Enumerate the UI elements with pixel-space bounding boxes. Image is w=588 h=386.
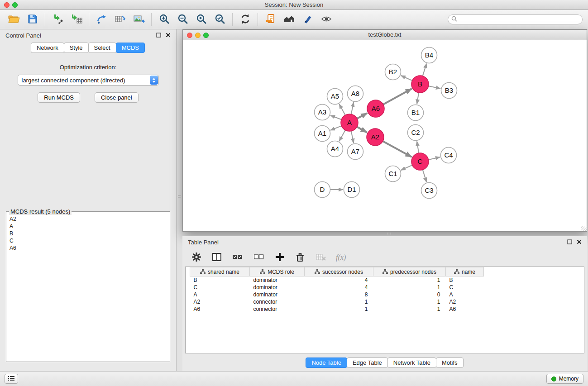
- zoom-selected-button[interactable]: [211, 12, 228, 27]
- export-document-button[interactable]: [262, 12, 279, 27]
- edge-C-C1[interactable]: [401, 165, 412, 170]
- edge-C-C3[interactable]: [423, 170, 427, 182]
- network-graph[interactable]: B4B2BB3A5A8A6B1A3AC2A1A2A4A7C1CC4C3DD1: [183, 40, 586, 231]
- edge-A-A3[interactable]: [330, 115, 341, 119]
- node-A2[interactable]: A2: [367, 129, 384, 146]
- delete-row-button[interactable]: [294, 250, 306, 265]
- table-cell[interactable]: connector: [250, 305, 305, 313]
- edge-C-C2[interactable]: [417, 141, 419, 153]
- table-settings-button[interactable]: [191, 250, 202, 265]
- criterion-dropdown[interactable]: largest connected component (directed): [18, 75, 159, 86]
- edge-A-A2[interactable]: [357, 127, 367, 132]
- result-item[interactable]: A2: [8, 215, 168, 223]
- table-cell[interactable]: 4: [305, 276, 373, 284]
- edge-B-B4[interactable]: [423, 64, 427, 76]
- zoom-out-button[interactable]: [174, 12, 191, 27]
- edge-A-A5[interactable]: [339, 104, 345, 115]
- table-row[interactable]: A2connector11A2: [190, 298, 484, 305]
- edge-A-A6[interactable]: [357, 113, 368, 119]
- edge-C-C4[interactable]: [429, 157, 440, 160]
- run-mcds-button[interactable]: Run MCDS: [38, 92, 80, 103]
- network-zoom-button[interactable]: [203, 33, 209, 38]
- add-row-button[interactable]: [274, 250, 286, 265]
- table-cell[interactable]: 0: [373, 291, 446, 298]
- delete-table-button[interactable]: [315, 250, 327, 265]
- node-C[interactable]: C: [411, 153, 429, 170]
- tab-select[interactable]: Select: [88, 43, 116, 53]
- tab-network-table[interactable]: Network Table: [387, 357, 436, 368]
- table-cell[interactable]: connector: [250, 298, 305, 305]
- home-networks-button[interactable]: [281, 12, 297, 27]
- result-item[interactable]: A: [8, 223, 168, 230]
- tab-mcds[interactable]: MCDS: [116, 43, 145, 53]
- table-cell[interactable]: B: [446, 276, 484, 284]
- zoom-in-button[interactable]: [156, 12, 172, 27]
- node-A6[interactable]: A6: [367, 100, 384, 117]
- task-history-button[interactable]: [5, 374, 18, 384]
- table-cell[interactable]: A6: [190, 305, 250, 313]
- node-D1[interactable]: D1: [344, 182, 360, 198]
- node-A8[interactable]: A8: [348, 86, 363, 102]
- network-canvas[interactable]: B4B2BB3A5A8A6B1A3AC2A1A2A4A7C1CC4C3DD1: [183, 40, 587, 231]
- table-cell[interactable]: B: [190, 276, 250, 284]
- table-row[interactable]: A6connector11A6: [190, 305, 484, 313]
- new-network-button[interactable]: [93, 12, 110, 27]
- table-cell[interactable]: 4: [305, 284, 373, 291]
- table-cell[interactable]: dominator: [250, 284, 305, 291]
- result-item[interactable]: B: [8, 230, 168, 237]
- column-header-successor-nodes[interactable]: successor nodes: [305, 267, 373, 276]
- table-cell[interactable]: C: [446, 284, 484, 291]
- new-table-button[interactable]: [112, 12, 129, 27]
- table-cell[interactable]: A6: [446, 305, 484, 313]
- float-panel-icon[interactable]: [567, 239, 572, 246]
- table-cell[interactable]: A: [190, 291, 250, 298]
- node-A7[interactable]: A7: [348, 144, 363, 160]
- network-minimize-button[interactable]: [195, 33, 201, 38]
- memory-button[interactable]: Memory: [546, 374, 583, 384]
- node-A4[interactable]: A4: [327, 141, 343, 157]
- table-cell[interactable]: 1: [373, 284, 446, 291]
- function-builder-button[interactable]: f(x): [336, 253, 346, 262]
- table-cell[interactable]: dominator: [250, 276, 305, 284]
- tab-style[interactable]: Style: [64, 43, 89, 53]
- tab-node-table[interactable]: Node Table: [306, 357, 347, 368]
- edge-A6-B[interactable]: [383, 89, 412, 105]
- node-C3[interactable]: C3: [421, 183, 437, 199]
- float-panel-icon[interactable]: [156, 32, 161, 39]
- export-image-button[interactable]: [130, 12, 147, 27]
- result-item[interactable]: C: [8, 237, 168, 244]
- edge-A-A8[interactable]: [351, 102, 354, 114]
- table-cell[interactable]: A2: [190, 298, 250, 305]
- table-cell[interactable]: 1: [373, 305, 446, 313]
- edge-B-B1[interactable]: [417, 93, 419, 104]
- close-panel-icon[interactable]: [577, 239, 582, 246]
- deselect-all-button[interactable]: [253, 250, 265, 265]
- column-header-name[interactable]: name: [446, 267, 484, 276]
- node-C4[interactable]: C4: [441, 148, 457, 163]
- search-input[interactable]: [459, 16, 579, 23]
- node-B4[interactable]: B4: [421, 48, 437, 63]
- horizontal-splitter-handle[interactable]: [387, 233, 391, 235]
- edge-B-B3[interactable]: [429, 86, 440, 89]
- tab-motifs[interactable]: Motifs: [436, 357, 464, 368]
- table-cell[interactable]: C: [190, 284, 250, 291]
- node-A3[interactable]: A3: [315, 105, 330, 120]
- node-B2[interactable]: B2: [385, 64, 401, 80]
- tab-network[interactable]: Network: [31, 43, 64, 53]
- table-cell[interactable]: 8: [305, 291, 373, 298]
- show-columns-button[interactable]: [211, 250, 223, 265]
- open-session-button[interactable]: [5, 12, 22, 27]
- import-table-button[interactable]: [68, 12, 85, 27]
- node-C1[interactable]: C1: [385, 166, 401, 182]
- zoom-window-button[interactable]: [12, 2, 18, 8]
- search-field[interactable]: [448, 14, 583, 24]
- refresh-layout-button[interactable]: [237, 12, 253, 27]
- close-window-button[interactable]: [4, 2, 10, 8]
- table-row[interactable]: Cdominator41C: [190, 284, 484, 291]
- import-network-button[interactable]: [49, 12, 66, 27]
- horizontal-splitter[interactable]: [182, 232, 587, 236]
- column-header-predecessor-nodes[interactable]: predecessor nodes: [373, 267, 446, 276]
- apply-style-button[interactable]: [299, 12, 316, 27]
- edge-B-B2[interactable]: [401, 76, 412, 81]
- network-close-button[interactable]: [187, 33, 192, 38]
